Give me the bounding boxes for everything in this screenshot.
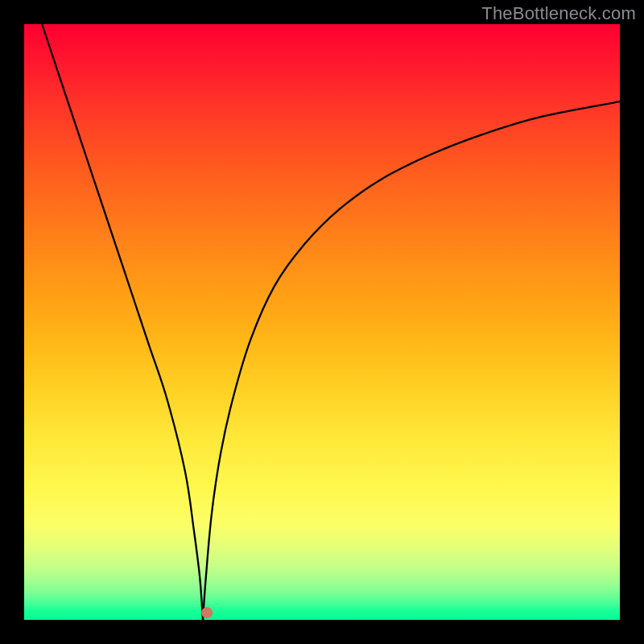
minimum-marker (201, 607, 213, 618)
plot-area (24, 24, 620, 620)
curve-group (42, 24, 620, 620)
curve-right-branch (203, 101, 620, 620)
curve-left-branch (42, 24, 203, 620)
watermark-text: TheBottleneck.com (481, 3, 636, 24)
curve-svg (24, 24, 620, 620)
chart-frame: TheBottleneck.com (0, 0, 644, 644)
